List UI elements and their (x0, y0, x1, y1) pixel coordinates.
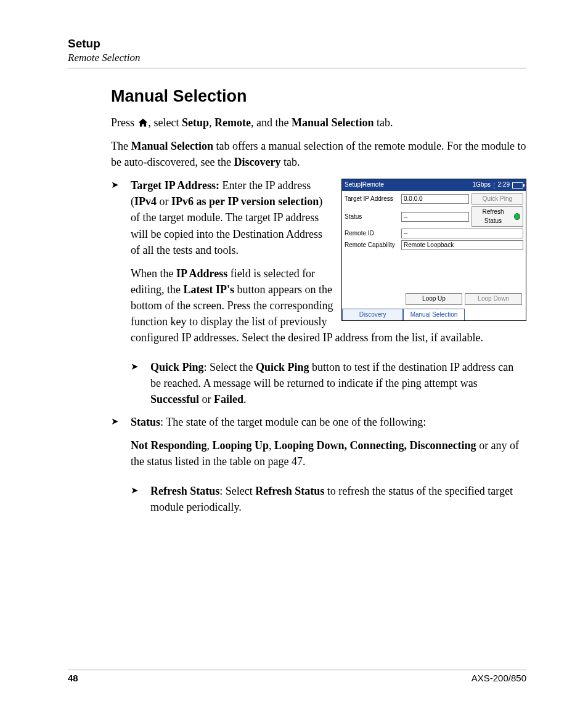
bullet-arrow-icon: ➤ (131, 359, 144, 374)
intro-line-2: The Manual Selection tab offers a manual… (111, 138, 526, 170)
text: , and the (251, 116, 292, 129)
bold: Latest IP's (183, 283, 234, 296)
bold: Status (131, 416, 160, 428)
text: tab. (374, 116, 393, 129)
text: or (199, 393, 214, 405)
header-section-title: Setup (68, 37, 526, 51)
bullet-status: Status: The state of the target module c… (131, 414, 526, 477)
bold: Quick Ping (150, 361, 204, 373)
remote-capability-value: Remote Loopback (401, 240, 523, 250)
link-rate: 1Gbps (473, 181, 491, 190)
battery-icon (512, 182, 523, 189)
status-value: -- (401, 212, 469, 222)
bold: Failed (214, 393, 243, 405)
page-number: 48 (68, 673, 78, 683)
bold: Discovery (234, 156, 280, 168)
loop-down-button[interactable]: Loop Down (465, 293, 522, 305)
text: or (157, 195, 171, 208)
bold: Target IP Address: (131, 179, 219, 192)
bold: Refresh Status (150, 485, 219, 497)
clock: 2:29 (498, 181, 510, 190)
bold: Refresh Status (255, 485, 324, 497)
bold: Setup (182, 116, 209, 129)
footer-rule (68, 670, 526, 670)
text: , (269, 439, 274, 452)
bold: Manual Selection (292, 116, 374, 129)
bold: IPv4 (134, 195, 157, 208)
refresh-status-button[interactable]: Refresh Status (472, 206, 523, 227)
bold: Manual Selection (131, 140, 213, 152)
screenshot-breadcrumb: Setup|Remote (345, 181, 384, 190)
bold: IP Address (176, 267, 227, 280)
bullet-arrow-icon: ➤ (131, 483, 144, 498)
text: tab. (280, 156, 300, 168)
text: : Select (219, 485, 255, 497)
bullet-refresh-status: Refresh Status: Select Refresh Status to… (150, 483, 526, 515)
tab-manual-selection[interactable]: Manual Selection (403, 309, 464, 321)
bullet-arrow-icon: ➤ (111, 177, 125, 192)
label-status: Status (345, 213, 399, 222)
tab-discovery[interactable]: Discovery (342, 309, 403, 321)
label-remote-capability: Remote Capability (345, 241, 399, 250)
bold: Quick Ping (256, 361, 309, 373)
bold: Looping Down, Connecting, Disconnecting (274, 439, 476, 452)
intro-line-1: Press , select Setup, Remote, and the Ma… (111, 115, 526, 131)
updown-icon: ↑↓ (493, 182, 496, 189)
text: The (111, 140, 131, 152)
text: When the (131, 267, 176, 280)
product-model: AXS-200/850 (472, 673, 526, 683)
bold: IPv6 as per IP version selection (171, 195, 319, 208)
label-remote-id: Remote ID (345, 229, 399, 238)
loop-up-button[interactable]: Loop Up (406, 293, 463, 305)
text: : Select the (204, 361, 256, 373)
page-title: Manual Selection (68, 87, 526, 106)
text: , select (149, 116, 182, 129)
text: : The state of the target module can be … (160, 416, 426, 428)
home-icon (137, 118, 149, 128)
bold: Looping Up (213, 439, 269, 452)
bold: Remote (214, 116, 251, 129)
text: , (209, 116, 214, 129)
target-ip-field[interactable]: 0.0.0.0 (401, 194, 469, 204)
text: Press (111, 116, 137, 129)
quick-ping-button[interactable]: Quick Ping (472, 193, 523, 205)
status-led-icon (514, 213, 520, 220)
header-section-subtitle: Remote Selection (68, 52, 526, 64)
bullet-target-ip: Setup|Remote 1Gbps ↑↓ 2:29 Target IP Add… (131, 177, 526, 353)
bold: Not Responding (131, 439, 207, 452)
label-target-ip: Target IP Address (345, 195, 399, 204)
header-rule (68, 68, 526, 68)
text: . (243, 393, 247, 405)
bullet-arrow-icon: ➤ (111, 414, 125, 429)
refresh-status-label: Refresh Status (475, 208, 512, 225)
device-screenshot: Setup|Remote 1Gbps ↑↓ 2:29 Target IP Add… (341, 179, 526, 321)
text: , (207, 439, 213, 452)
remote-id-value: -- (401, 229, 523, 238)
bullet-quick-ping: Quick Ping: Select the Quick Ping button… (150, 359, 526, 407)
bold: Successful (150, 393, 199, 405)
